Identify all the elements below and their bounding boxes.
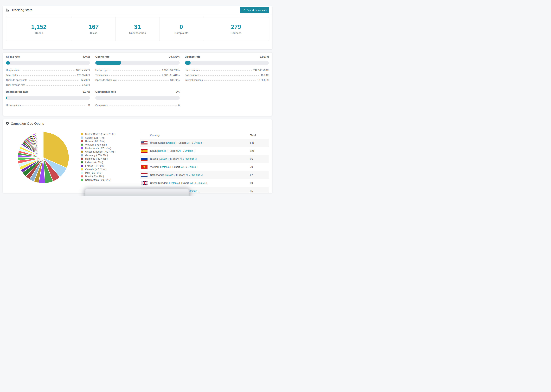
table-row-spain: Spain [Details ›] [Export: All › / Uniqu… (140, 147, 269, 155)
country-cell: United Kingdom [Details ›] [Export: All … (150, 182, 250, 184)
legend-item-india[interactable]: India ( 46 / 3% ) (81, 161, 115, 164)
details-link[interactable]: Details › (167, 141, 176, 144)
export-unique-link[interactable]: Unique › (197, 182, 206, 184)
legend-label: Brazil ( 33 / 2% ) (85, 175, 104, 178)
metric-value: 18 / 0% (261, 74, 269, 77)
progress-bar-track (95, 96, 179, 100)
progress-bar-fill (95, 61, 121, 65)
legend-item-united-kingdom[interactable]: United Kingdom ( 59 / 3% ) (81, 150, 115, 154)
flag-gb-icon (141, 181, 148, 185)
export-all-link[interactable]: All › (180, 157, 184, 160)
legend-label: Spain ( 121 / 7% ) (85, 136, 106, 139)
flag-us-icon (141, 141, 148, 145)
total-cell: 541 (250, 141, 269, 144)
metric-row-internal-bounces: Internal bounces19 / 6.81% (185, 77, 269, 82)
flag-ru-icon (141, 157, 148, 161)
rate-title: Unsubscribe rate (6, 90, 28, 93)
progress-bar-track (95, 61, 179, 65)
legend-swatch (81, 143, 83, 146)
tracking-stats-card: Tracking stats Export basic stats 1,152O… (3, 6, 272, 49)
metric-label: Soft bounces (185, 74, 199, 77)
stat-label: Clicks (90, 31, 97, 35)
geo-title: Campaign Geo Opens (11, 122, 44, 126)
table-row-vietnam: Vietnam [Details ›] [Export: All › / Uni… (140, 163, 269, 171)
summary-stat-opens: 1,152Opens (6, 17, 72, 41)
metric-value: 31 (88, 104, 90, 107)
rate-title: Clicks rate (6, 55, 20, 58)
flag-vn-icon (141, 165, 148, 169)
details-link[interactable]: Details › (161, 165, 170, 168)
dotted-leader (29, 80, 79, 81)
export-unique-link[interactable]: Unique › (186, 157, 196, 160)
legend-swatch (81, 175, 83, 177)
legend-item-russia[interactable]: Russia ( 86 / 5% ) (81, 139, 115, 143)
details-link[interactable]: Details › (165, 173, 175, 176)
export-all-link[interactable]: All › (190, 182, 194, 184)
legend-label: United Kingdom ( 59 / 3% ) (85, 150, 115, 153)
metric-row-complaints: Complaints0 (95, 102, 179, 107)
rate-panel-clicks-rate: Clicks rate4.46%Unique clicks167 / 4.456… (6, 55, 90, 87)
progress-bar-fill (6, 96, 7, 100)
stat-value: 1,152 (31, 23, 47, 30)
metric-label: Internal bounces (185, 79, 203, 82)
legend-item-france[interactable]: France ( 42 / 2% ) (81, 164, 115, 168)
stat-value: 0 (180, 23, 183, 30)
legend-item-italy[interactable]: Italy ( 36 / 2% ) (81, 171, 115, 175)
total-cell: 79 (250, 165, 269, 168)
legend-label: Germany ( 55 / 3% ) (85, 154, 108, 157)
export-unique-link[interactable]: Unique › (188, 165, 198, 168)
rate-title: Bounce rate (185, 55, 201, 58)
metric-value: 2,303 / 61.446% (162, 74, 179, 77)
dotted-leader (200, 75, 259, 76)
dotted-leader (118, 80, 169, 81)
export-unique-link[interactable]: Unique › (194, 141, 204, 144)
legend-item-netherlands[interactable]: Netherlands ( 67 / 4% ) (81, 147, 115, 150)
export-unique-link[interactable]: Unique › (185, 149, 195, 152)
export-all-link[interactable]: All › (186, 173, 190, 176)
stat-value: 279 (231, 23, 241, 30)
metric-value: 1,152 / 30.736% (162, 69, 179, 72)
legend-swatch (81, 136, 83, 139)
map-pin-icon (6, 122, 9, 126)
export-unique-link[interactable]: Unique › (192, 173, 202, 176)
legend-item-canada[interactable]: Canada ( 40 / 2% ) (81, 168, 115, 171)
rate-title-row: Bounce rate6.927% (185, 55, 269, 59)
stat-value: 31 (134, 23, 141, 30)
export-all-link[interactable]: All › (187, 141, 192, 144)
legend-item-germany[interactable]: Germany ( 55 / 3% ) (81, 154, 115, 157)
legend-swatch (81, 161, 83, 163)
details-link[interactable]: Details › (158, 149, 168, 152)
table-row-russia: Russia [Details ›] [Export: All › / Uniq… (140, 155, 269, 163)
country-cell: United States [Details ›] [Export: All ›… (150, 141, 250, 144)
legend-item-brazil[interactable]: Brazil ( 33 / 2% ) (81, 175, 115, 178)
summary-stat-bounces: 279Bounces (203, 17, 269, 41)
details-link[interactable]: Details › (159, 157, 169, 160)
legend-item-united-states[interactable]: United States ( 541 / 31% ) (81, 132, 115, 136)
legend-item-south-africa[interactable]: South Africa ( 29 / 2% ) (81, 178, 115, 182)
progress-bar-fill (185, 61, 191, 65)
export-all-link[interactable]: All › (178, 149, 183, 152)
progress-bar-track (6, 61, 90, 65)
legend-item-romania[interactable]: Romania ( 49 / 3% ) (81, 157, 115, 161)
stat-label: Opens (35, 31, 43, 35)
rate-value: 0.77% (83, 90, 90, 93)
geo-table: Country Total United States [Details ›] … (140, 132, 269, 193)
total-cell: 86 (250, 157, 269, 160)
progress-bar-track (185, 61, 269, 65)
legend-label: Romania ( 49 / 3% ) (85, 157, 108, 160)
country-cell: Vietnam [Details ›] [Export: All › / Uni… (150, 165, 250, 168)
geo-legend: United States ( 541 / 31% )Spain ( 121 /… (81, 132, 115, 182)
export-all-link[interactable]: All › (181, 165, 185, 168)
metric-row-total-clicks: Total clicks220 / 5.87% (6, 72, 90, 77)
metric-row-unique-clicks: Unique clicks167 / 4.456% (6, 67, 90, 72)
legend-item-vietnam[interactable]: Vietnam ( 79 / 5% ) (81, 143, 115, 147)
metric-row-hard-bounces: Hard bounces242 / 86.738% (185, 67, 269, 72)
dotted-leader (27, 85, 80, 86)
details-link[interactable]: Details › (170, 182, 179, 184)
export-basic-stats-button[interactable]: Export basic stats (240, 7, 269, 13)
metric-value: 14.497% (81, 79, 90, 82)
country-name: Vietnam [ (150, 165, 161, 168)
export-unique-link[interactable]: Unique › (189, 189, 199, 192)
summary-stat-clicks: 167Clicks (72, 17, 116, 41)
legend-item-spain[interactable]: Spain ( 121 / 7% ) (81, 136, 115, 140)
